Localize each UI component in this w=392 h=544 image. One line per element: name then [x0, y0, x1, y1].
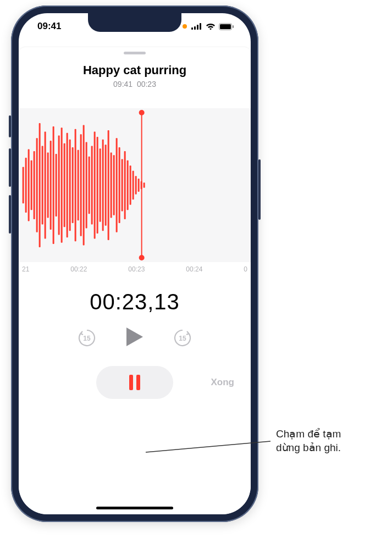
svg-rect-8	[25, 158, 27, 213]
svg-rect-32	[91, 146, 93, 225]
svg-rect-19	[56, 154, 57, 217]
playback-controls: 15 15	[19, 326, 251, 349]
svg-rect-15	[45, 131, 46, 238]
svg-point-53	[139, 110, 145, 115]
tick-label: 0	[244, 265, 247, 273]
svg-text:15: 15	[179, 335, 186, 342]
svg-rect-1	[194, 26, 196, 30]
recording-sheet: Happy cat purring 09:41 00:23 21 00:22 0…	[19, 47, 251, 514]
battery-icon	[219, 23, 234, 30]
svg-rect-2	[197, 25, 198, 30]
svg-point-54	[139, 255, 145, 260]
waveform-icon	[19, 108, 251, 262]
sheet-grabber[interactable]	[124, 52, 146, 54]
notch	[88, 13, 181, 32]
svg-rect-37	[105, 145, 107, 226]
svg-rect-20	[58, 136, 60, 235]
svg-rect-34	[97, 137, 98, 234]
callout-line-2: dừng bản ghi.	[276, 442, 341, 453]
svg-rect-57	[129, 375, 133, 390]
status-indicators	[183, 23, 234, 30]
svg-rect-18	[53, 126, 54, 244]
side-button-volume-up	[9, 148, 11, 187]
svg-rect-31	[89, 157, 90, 214]
svg-rect-16	[47, 153, 49, 218]
svg-rect-35	[100, 148, 101, 221]
svg-rect-40	[113, 155, 115, 215]
svg-rect-45	[127, 160, 129, 210]
svg-rect-14	[42, 146, 43, 225]
svg-rect-23	[67, 133, 68, 237]
play-button[interactable]	[125, 326, 144, 349]
svg-rect-43	[122, 159, 123, 211]
callout-line-1: Chạm để tạm	[276, 428, 341, 440]
side-button-right	[258, 159, 261, 220]
svg-rect-41	[116, 138, 118, 232]
side-button-mute	[9, 115, 11, 137]
skip-back-15-button[interactable]: 15	[77, 328, 97, 348]
svg-rect-49	[138, 179, 140, 192]
svg-rect-29	[83, 125, 85, 246]
recording-title[interactable]: Happy cat purring	[19, 63, 251, 77]
recording-time: 09:41	[113, 80, 132, 88]
tick-label: 00:23	[128, 265, 145, 273]
home-indicator[interactable]	[96, 507, 173, 509]
phone-frame: 09:41 Happy cat purring 09:41 00:23	[11, 5, 258, 522]
svg-rect-0	[191, 27, 193, 30]
tick-label: 00:22	[70, 265, 87, 273]
waveform-area[interactable]	[19, 108, 251, 262]
svg-rect-24	[69, 140, 71, 231]
svg-rect-44	[124, 151, 126, 219]
svg-rect-13	[39, 123, 41, 247]
svg-rect-27	[78, 150, 79, 221]
pause-recording-button[interactable]	[96, 366, 173, 399]
svg-rect-51	[143, 182, 145, 188]
svg-rect-48	[135, 176, 137, 194]
side-button-volume-down	[9, 195, 11, 234]
svg-rect-12	[36, 138, 38, 232]
svg-rect-7	[23, 167, 24, 204]
svg-rect-39	[111, 153, 112, 218]
cellular-signal-icon	[191, 23, 202, 30]
svg-rect-17	[50, 141, 52, 230]
svg-rect-36	[102, 140, 104, 231]
skip-forward-15-button[interactable]: 15	[173, 328, 192, 348]
svg-rect-33	[94, 131, 96, 238]
tick-label: 21	[22, 265, 29, 273]
svg-rect-25	[72, 147, 74, 223]
svg-rect-22	[64, 143, 65, 227]
svg-rect-6	[233, 25, 234, 28]
svg-rect-11	[34, 151, 35, 219]
wifi-icon	[206, 23, 216, 30]
tick-label: 00:24	[186, 265, 202, 273]
pause-icon	[128, 375, 141, 390]
callout-text: Chạm để tạm dừng bản ghi.	[276, 428, 369, 454]
svg-text:15: 15	[83, 335, 91, 342]
svg-rect-26	[75, 129, 76, 242]
recording-duration: 00:23	[137, 80, 156, 88]
status-time: 09:41	[37, 21, 61, 32]
waveform-time-axis: 21 00:22 00:23 00:24 0	[19, 262, 251, 276]
svg-rect-38	[108, 130, 109, 240]
svg-rect-58	[136, 375, 140, 390]
svg-rect-47	[132, 171, 134, 199]
recording-subtitle: 09:41 00:23	[19, 80, 251, 88]
svg-rect-46	[130, 165, 131, 204]
svg-rect-28	[80, 134, 82, 236]
done-button[interactable]: Xong	[211, 377, 235, 388]
svg-rect-30	[86, 142, 87, 228]
elapsed-timer: 00:23,13	[19, 290, 251, 314]
svg-rect-21	[61, 127, 63, 242]
svg-rect-10	[31, 160, 32, 210]
mic-in-use-dot-icon	[183, 24, 187, 29]
svg-rect-5	[220, 24, 231, 29]
screen: 09:41 Happy cat purring 09:41 00:23	[19, 13, 251, 514]
svg-rect-42	[119, 147, 120, 223]
svg-rect-3	[200, 23, 201, 30]
svg-rect-9	[28, 149, 30, 221]
bottom-controls: Xong	[19, 366, 251, 418]
